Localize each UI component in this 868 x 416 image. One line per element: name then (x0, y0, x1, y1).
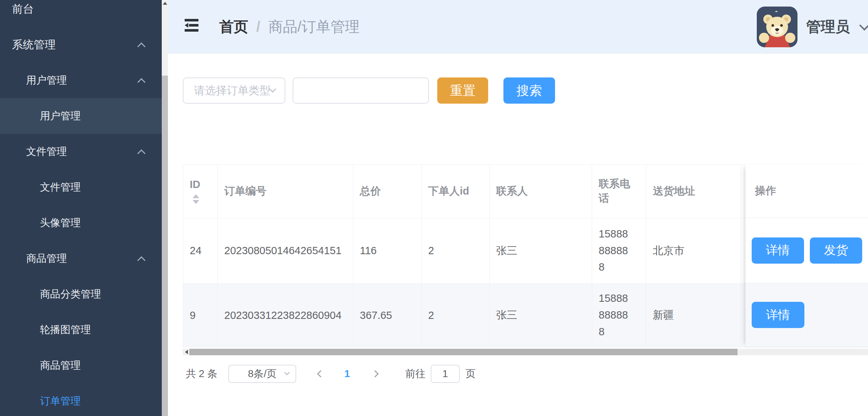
sidebar: 前台 系统管理 用户管理 用户管理 文件管理 文件管理 头像管理 (0, 0, 162, 416)
collapse-menu-icon[interactable] (185, 19, 198, 32)
sort-descending-icon[interactable] (193, 200, 199, 204)
cell-address: 新疆 (646, 284, 741, 347)
goto-label: 前往 (405, 367, 426, 381)
table-horizontal-scrollbar[interactable] (183, 349, 868, 355)
sidebar-item-label: 文件管理 (26, 145, 67, 159)
chevron-down-icon (859, 20, 868, 30)
reset-button[interactable]: 重置 (437, 77, 488, 104)
sidebar-item-file-manage[interactable]: 文件管理 (0, 169, 162, 205)
cell-phone: 15888888888 (599, 226, 639, 276)
page-number-current[interactable]: 1 (344, 368, 350, 380)
sidebar-item-label: 系统管理 (12, 37, 56, 52)
sidebar-item-goods-category[interactable]: 商品分类管理 (0, 276, 162, 312)
sidebar-item-label: 商品管理 (40, 359, 81, 372)
cell-id: 9 (183, 284, 218, 347)
sidebar-item-user-manage[interactable]: 用户管理 (0, 98, 162, 134)
sort-carets-icon[interactable] (193, 194, 199, 204)
sidebar-menu: 前台 系统管理 用户管理 用户管理 文件管理 文件管理 头像管理 (0, 0, 162, 416)
order-type-placeholder: 请选择订单类型 (194, 83, 270, 98)
cell-id: 24 (183, 218, 218, 284)
chevron-up-icon (137, 149, 146, 158)
goto-page-input[interactable] (431, 365, 460, 383)
page-unit-label: 页 (466, 367, 476, 381)
topbar: 首页 / 商品/订单管理 (168, 0, 868, 53)
breadcrumb: 首页 / 商品/订单管理 (219, 0, 359, 53)
cell-buyer-id: 2 (422, 284, 490, 347)
sidebar-item-goods-group[interactable]: 商品管理 (0, 241, 162, 276)
avatar[interactable] (757, 7, 797, 47)
cell-order-no: 20230331223822860904 (218, 284, 353, 347)
cell-phone: 15888888888 (599, 290, 639, 340)
sidebar-item-avatar-manage[interactable]: 头像管理 (0, 205, 162, 241)
column-header-buyer-id: 下单人id (422, 165, 490, 218)
scrollbar-up-arrow-icon[interactable] (163, 2, 167, 5)
cell-address: 北京市 (646, 218, 741, 284)
sidebar-item-front[interactable]: 前台 (0, 0, 162, 27)
sidebar-item-goods-manage[interactable]: 商品管理 (0, 348, 162, 383)
sidebar-item-file-group[interactable]: 文件管理 (0, 134, 162, 169)
sidebar-item-label: 商品管理 (26, 252, 67, 265)
sidebar-item-label: 用户管理 (40, 109, 81, 123)
cell-total: 116 (353, 218, 422, 284)
column-header-order-no: 订单编号 (218, 165, 353, 218)
sidebar-item-carousel-manage[interactable]: 轮播图管理 (0, 312, 162, 348)
cell-total: 367.65 (353, 284, 422, 347)
column-header-contact: 联系人 (490, 165, 592, 218)
chevron-down-icon (284, 370, 290, 376)
breadcrumb-separator: / (256, 19, 260, 35)
sort-ascending-icon[interactable] (193, 194, 199, 198)
breadcrumb-current: 商品/订单管理 (268, 17, 359, 37)
scrollbar-left-arrow-icon[interactable] (185, 350, 188, 354)
search-button[interactable]: 搜索 (503, 77, 555, 104)
next-page-icon[interactable] (371, 370, 379, 377)
cell-order-no: 20230805014642654151 (218, 218, 353, 284)
pagination-total: 共 2 条 (186, 367, 217, 381)
sidebar-item-label: 文件管理 (40, 180, 81, 194)
column-header-address: 送货地址 (646, 165, 741, 218)
user-menu[interactable]: 管理员 (757, 0, 868, 53)
operation-cell: 详情 (746, 283, 868, 347)
operation-column: 操作 详情 发货 详情 (746, 164, 868, 347)
main-area: 首页 / 商品/订单管理 (168, 0, 868, 416)
sidebar-item-user-group[interactable]: 用户管理 (0, 63, 162, 98)
table-horizontal-scrollbar-thumb[interactable] (189, 349, 738, 355)
sidebar-item-label: 用户管理 (26, 73, 67, 87)
ship-button[interactable]: 发货 (810, 237, 862, 264)
column-header-operation: 操作 (746, 164, 868, 218)
page-size-value: 8条/页 (248, 367, 277, 381)
cell-contact: 张三 (490, 218, 592, 284)
sidebar-item-label: 订单管理 (40, 394, 81, 408)
chevron-up-icon (137, 256, 146, 265)
sidebar-scrollbar[interactable] (162, 0, 168, 416)
sidebar-scrollbar-thumb[interactable] (162, 76, 168, 416)
pagination: 共 2 条 8条/页 1 前往 页 (186, 365, 476, 383)
breadcrumb-home[interactable]: 首页 (219, 17, 248, 37)
column-header-total: 总价 (353, 165, 422, 218)
previous-page-icon[interactable] (317, 370, 324, 377)
column-header-id[interactable]: ID (183, 165, 218, 218)
filter-bar: 请选择订单类型 重置 搜索 (183, 77, 555, 104)
cell-buyer-id: 2 (422, 218, 490, 284)
chevron-up-icon (137, 78, 146, 87)
chevron-up-icon (137, 43, 146, 51)
detail-button[interactable]: 详情 (752, 302, 804, 328)
detail-button[interactable]: 详情 (752, 237, 804, 264)
sidebar-item-label: 头像管理 (40, 216, 81, 230)
page-size-select[interactable]: 8条/页 (228, 365, 296, 383)
order-type-select[interactable]: 请选择订单类型 (183, 77, 285, 104)
sidebar-item-label: 轮播图管理 (40, 323, 91, 337)
sidebar-item-order-manage[interactable]: 订单管理 (0, 383, 162, 416)
app-window: 前台 系统管理 用户管理 用户管理 文件管理 文件管理 头像管理 (0, 0, 868, 416)
sidebar-item-label: 前台 (12, 2, 34, 17)
keyword-input[interactable] (293, 77, 429, 104)
cell-contact: 张三 (490, 284, 592, 347)
username-label: 管理员 (806, 17, 850, 37)
operation-cell: 详情 发货 (746, 218, 868, 283)
column-header-phone: 联系电话 (592, 165, 646, 218)
sidebar-item-label: 商品分类管理 (40, 287, 101, 301)
sidebar-item-system[interactable]: 系统管理 (0, 27, 162, 63)
